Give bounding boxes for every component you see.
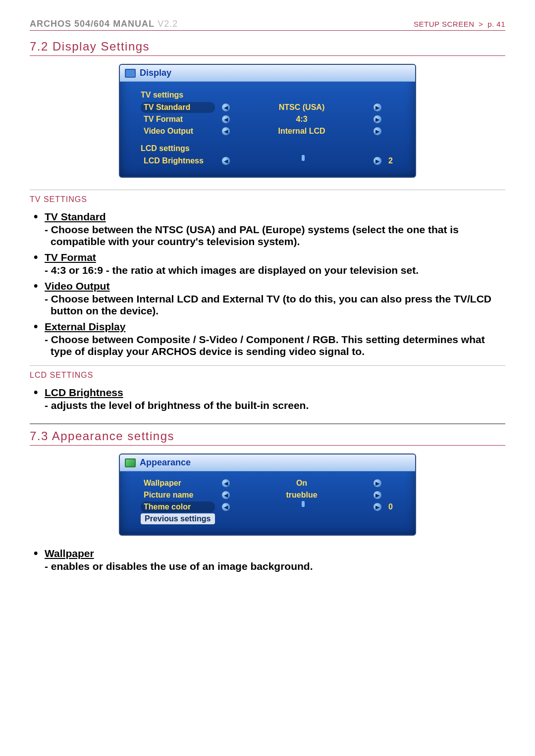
row-video-output[interactable]: Video Output ◀ Internal LCD ▶ — [141, 125, 403, 137]
bullet-title: External Display — [45, 321, 125, 333]
bullet-external-display: External Display Choose between Composit… — [32, 321, 505, 357]
lbl-tv-format: TV Format — [141, 114, 215, 125]
manual-label: MANUAL — [113, 19, 155, 29]
row-tv-standard[interactable]: TV Standard ◀ NTSC (USA) ▶ — [141, 101, 403, 113]
arrow-right-icon[interactable]: ▶ — [373, 115, 382, 124]
display-scr-body: TV settings TV Standard ◀ NTSC (USA) ▶ T… — [120, 82, 415, 177]
row-previous-settings[interactable]: Previous settings — [141, 513, 403, 525]
val-tv-format: 4:3 — [237, 115, 367, 124]
arrow-right-icon[interactable]: ▶ — [373, 479, 382, 488]
group-tv-settings: TV settings — [141, 91, 403, 100]
val-video-output: Internal LCD — [237, 127, 367, 136]
bullets-appearance: Wallpaper enables or disables the use of… — [32, 548, 505, 572]
arrow-left-icon[interactable]: ◀ — [221, 103, 230, 112]
breadcrumb: SETUP SCREEN — [414, 20, 474, 28]
num-theme-color: 0 — [388, 503, 403, 511]
subsection-lcd-settings: LCD SETTINGS — [30, 371, 505, 380]
display-scr-title: Display — [140, 68, 171, 78]
arrow-left-icon[interactable]: ◀ — [221, 156, 230, 165]
bullet-desc: Choose between Composite / S-Video / Com… — [45, 334, 505, 357]
page-header: ARCHOS 504/604 MANUAL V2.2 SETUP SCREEN … — [30, 19, 505, 31]
brand: ARCHOS — [30, 19, 71, 29]
display-screenshot: Display TV settings TV Standard ◀ NTSC (… — [119, 64, 416, 178]
bullet-lcd-brightness: LCD Brightness adjusts the level of brig… — [32, 387, 505, 411]
lbl-theme-color: Theme color — [141, 502, 215, 512]
section-title-appearance: 7.3 Appearance settings — [30, 429, 505, 446]
subsection-tv-settings: TV SETTINGS — [30, 195, 505, 204]
val-wallpaper: On — [237, 479, 367, 488]
lbl-video-output: Video Output — [141, 126, 215, 137]
appearance-icon — [125, 458, 136, 467]
bullet-wallpaper: Wallpaper enables or disables the use of… — [32, 548, 505, 572]
row-wallpaper[interactable]: Wallpaper ◀ On ▶ — [141, 477, 403, 489]
model: 504/604 — [74, 19, 110, 29]
val-tv-standard: NTSC (USA) — [237, 103, 367, 112]
row-tv-format[interactable]: TV Format ◀ 4:3 ▶ — [141, 113, 403, 125]
page-number: p. 41 — [487, 20, 505, 28]
bullets-tv-settings: TV Standard Choose between the NTSC (USA… — [32, 211, 505, 357]
bullet-desc: Choose between the NTSC (USA) and PAL (E… — [45, 224, 505, 248]
row-lcd-brightness[interactable]: LCD Brightness ◀ ▶ 2 — [141, 155, 403, 167]
arrow-left-icon[interactable]: ◀ — [221, 127, 230, 136]
arrow-right-icon[interactable]: ▶ — [373, 127, 382, 136]
row-picture-name[interactable]: Picture name ◀ trueblue ▶ — [141, 489, 403, 501]
display-scr-titlebar: Display — [120, 65, 415, 82]
bullet-title: TV Standard — [45, 211, 106, 223]
bullet-desc: 4:3 or 16:9 - the ratio at which images … — [45, 264, 505, 276]
appearance-scr-titlebar: Appearance — [120, 454, 415, 471]
bullet-desc: adjusts the level of brightness of the b… — [45, 400, 505, 411]
num-lcd-brightness: 2 — [388, 156, 403, 165]
header-left: ARCHOS 504/604 MANUAL V2.2 — [30, 19, 178, 29]
arrow-right-icon[interactable]: ▶ — [373, 503, 382, 511]
divider — [30, 190, 505, 190]
row-theme-color[interactable]: Theme color ◀ ▶ 0 — [141, 501, 403, 513]
appearance-scr-body: Wallpaper ◀ On ▶ Picture name ◀ trueblue… — [120, 471, 415, 535]
arrow-right-icon[interactable]: ▶ — [373, 156, 382, 165]
group-lcd-settings: LCD settings — [141, 144, 403, 153]
arrow-left-icon[interactable]: ◀ — [221, 491, 230, 500]
appearance-screenshot: Appearance Wallpaper ◀ On ▶ Picture name… — [119, 454, 416, 536]
arrow-left-icon[interactable]: ◀ — [221, 479, 230, 488]
arrow-left-icon[interactable]: ◀ — [221, 115, 230, 124]
bullet-desc: Choose between Internal LCD and External… — [45, 293, 505, 317]
arrow-left-icon[interactable]: ◀ — [221, 503, 230, 511]
display-icon — [125, 69, 136, 78]
bullet-title: Wallpaper — [45, 548, 94, 559]
bullet-tv-format: TV Format 4:3 or 16:9 - the ratio at whi… — [32, 252, 505, 276]
bullet-title: TV Format — [45, 252, 96, 263]
divider — [30, 365, 505, 366]
lbl-tv-standard: TV Standard — [141, 102, 215, 113]
bullet-title: LCD Brightness — [45, 387, 123, 399]
lbl-previous-settings[interactable]: Previous settings — [141, 513, 215, 524]
bullet-desc: enables or disables the use of an image … — [45, 560, 505, 572]
lbl-lcd-brightness: LCD Brightness — [141, 155, 215, 166]
arrow-right-icon[interactable]: ▶ — [373, 103, 382, 112]
header-right: SETUP SCREEN > p. 41 — [414, 20, 505, 28]
bullet-video-output: Video Output Choose between Internal LCD… — [32, 280, 505, 317]
slider-lcd-brightness[interactable] — [237, 156, 367, 165]
bullet-title: Video Output — [45, 280, 109, 292]
arrow-right-icon[interactable]: ▶ — [373, 491, 382, 500]
lbl-wallpaper: Wallpaper — [141, 478, 215, 489]
breadcrumb-sep: > — [477, 20, 485, 28]
lbl-picture-name: Picture name — [141, 490, 215, 501]
section-title-display: 7.2 Display Settings — [30, 40, 505, 56]
version: V2.2 — [158, 19, 178, 29]
appearance-scr-title: Appearance — [140, 457, 191, 468]
bullets-lcd-settings: LCD Brightness adjusts the level of brig… — [32, 387, 505, 411]
slider-theme-color[interactable] — [237, 503, 367, 511]
big-divider — [30, 423, 505, 424]
val-picture-name: trueblue — [237, 491, 367, 500]
bullet-tv-standard: TV Standard Choose between the NTSC (USA… — [32, 211, 505, 248]
